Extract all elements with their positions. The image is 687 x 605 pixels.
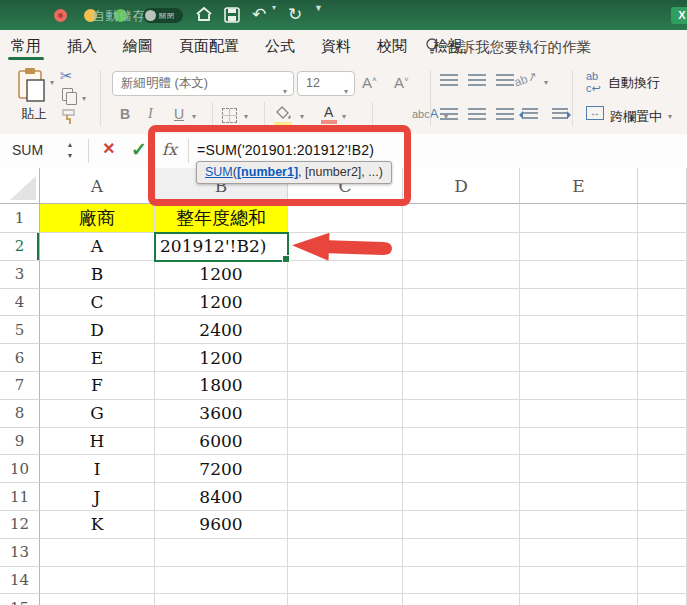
tab-5[interactable]: 公式 bbox=[264, 30, 296, 62]
cell-F2[interactable] bbox=[638, 233, 687, 261]
font-color-button[interactable]: A bbox=[324, 104, 333, 120]
home-icon[interactable] bbox=[195, 6, 213, 26]
undo-chevron-icon[interactable]: ▾ bbox=[272, 3, 276, 12]
paste-button[interactable]: 貼上 bbox=[14, 106, 54, 123]
cell-A5[interactable]: D bbox=[40, 316, 155, 344]
cell-D11[interactable] bbox=[403, 483, 520, 511]
row-header-9[interactable]: 9 bbox=[0, 428, 40, 456]
tab-3[interactable]: 繪圖 bbox=[122, 30, 154, 62]
cell-A14[interactable] bbox=[40, 567, 155, 595]
confirm-entry-icon[interactable]: ✓ bbox=[131, 138, 147, 161]
row-header-7[interactable]: 7 bbox=[0, 372, 40, 400]
cell-D6[interactable] bbox=[403, 344, 520, 372]
fill-color-chevron-icon[interactable]: ▾ bbox=[300, 112, 304, 121]
cell-B15[interactable] bbox=[155, 594, 288, 605]
cell-A9[interactable]: H bbox=[40, 428, 155, 456]
row-header-14[interactable]: 14 bbox=[0, 567, 40, 595]
shrink-font-button[interactable]: A˅ bbox=[394, 74, 409, 91]
cell-F1[interactable] bbox=[638, 204, 687, 233]
cell-F14[interactable] bbox=[638, 567, 687, 595]
cell-C5[interactable] bbox=[288, 316, 403, 344]
cell-C9[interactable] bbox=[288, 428, 403, 456]
name-box[interactable]: SUM bbox=[12, 142, 43, 158]
align-middle-icon[interactable] bbox=[468, 74, 486, 86]
copy-chevron-icon[interactable]: ▾ bbox=[82, 94, 86, 103]
tell-me-box[interactable]: 告訴我您要執行的作業 bbox=[446, 38, 591, 57]
cell-B12[interactable]: 9600 bbox=[155, 511, 288, 539]
cell-B13[interactable] bbox=[155, 539, 288, 567]
cell-C15[interactable] bbox=[288, 594, 403, 605]
cell-C12[interactable] bbox=[288, 511, 403, 539]
cell-A11[interactable]: J bbox=[40, 483, 155, 511]
paste-icon[interactable] bbox=[16, 67, 48, 107]
merge-center-chevron-icon[interactable]: ▾ bbox=[668, 112, 672, 121]
format-painter-icon[interactable] bbox=[60, 108, 80, 130]
font-color-chevron-icon[interactable]: ▾ bbox=[342, 112, 346, 121]
cell-B2[interactable]: 201912'!B2) bbox=[155, 233, 288, 261]
cell-E11[interactable] bbox=[520, 483, 638, 511]
align-center-icon[interactable] bbox=[468, 108, 486, 120]
tooltip-function-name[interactable]: SUM bbox=[205, 165, 233, 179]
cell-A13[interactable] bbox=[40, 539, 155, 567]
borders-icon[interactable] bbox=[222, 108, 237, 123]
tab-2[interactable]: 插入 bbox=[66, 30, 98, 62]
wrap-text-icon[interactable]: abc↩ bbox=[586, 70, 601, 95]
cell-A15[interactable] bbox=[40, 594, 155, 605]
cell-C8[interactable] bbox=[288, 400, 403, 428]
cell-F7[interactable] bbox=[638, 372, 687, 400]
cell-D10[interactable] bbox=[403, 455, 520, 483]
cell-D8[interactable] bbox=[403, 400, 520, 428]
italic-button[interactable]: I bbox=[148, 106, 153, 122]
cell-E5[interactable] bbox=[520, 316, 638, 344]
cell-A1[interactable]: 廠商 bbox=[40, 204, 155, 233]
name-box-stepper[interactable]: ▲▼ bbox=[64, 139, 76, 161]
save-icon[interactable] bbox=[224, 7, 240, 27]
column-header-E[interactable]: E bbox=[520, 168, 638, 204]
redo-icon[interactable]: ↻ bbox=[288, 0, 302, 30]
font-name-chevron-icon[interactable]: ▾ bbox=[283, 80, 287, 103]
cell-F6[interactable] bbox=[638, 344, 687, 372]
align-right-icon[interactable] bbox=[496, 108, 514, 120]
font-size-chevron-icon[interactable]: ▾ bbox=[344, 80, 348, 103]
select-all-corner[interactable] bbox=[0, 168, 40, 204]
cell-A3[interactable]: B bbox=[40, 261, 155, 289]
cell-E8[interactable] bbox=[520, 400, 638, 428]
toolbar-options-chevron-icon[interactable]: ▼ bbox=[314, 3, 323, 13]
cell-B4[interactable]: 1200 bbox=[155, 289, 288, 317]
cell-B3[interactable]: 1200 bbox=[155, 261, 288, 289]
borders-chevron-icon[interactable]: ▾ bbox=[244, 112, 248, 121]
tab-6[interactable]: 資料 bbox=[320, 30, 352, 62]
cell-E9[interactable] bbox=[520, 428, 638, 456]
cell-F10[interactable] bbox=[638, 455, 687, 483]
cell-E2[interactable] bbox=[520, 233, 638, 261]
cell-E15[interactable] bbox=[520, 594, 638, 605]
cell-E7[interactable] bbox=[520, 372, 638, 400]
tab-1[interactable]: 常用 bbox=[10, 30, 42, 62]
font-size-select[interactable]: 12 ▾ bbox=[297, 71, 355, 96]
underline-button[interactable]: U bbox=[174, 106, 184, 122]
cell-E1[interactable] bbox=[520, 204, 638, 233]
cancel-entry-icon[interactable]: × bbox=[103, 137, 115, 160]
row-header-4[interactable]: 4 bbox=[0, 289, 40, 317]
text-effects-button[interactable]: abcA bbox=[412, 106, 438, 121]
cell-D3[interactable] bbox=[403, 261, 520, 289]
cell-B8[interactable]: 3600 bbox=[155, 400, 288, 428]
cell-B11[interactable]: 8400 bbox=[155, 483, 288, 511]
cell-E6[interactable] bbox=[520, 344, 638, 372]
cell-A7[interactable]: F bbox=[40, 372, 155, 400]
cell-D1[interactable] bbox=[403, 204, 520, 233]
tooltip-arg1[interactable]: [number1] bbox=[237, 165, 298, 179]
cell-C10[interactable] bbox=[288, 455, 403, 483]
undo-icon[interactable]: ↶ bbox=[252, 0, 266, 30]
cell-F15[interactable] bbox=[638, 594, 687, 605]
cell-B6[interactable]: 1200 bbox=[155, 344, 288, 372]
row-header-6[interactable]: 6 bbox=[0, 344, 40, 372]
merge-center-icon[interactable]: ↔ bbox=[586, 106, 604, 120]
cell-F9[interactable] bbox=[638, 428, 687, 456]
cell-A2[interactable]: A bbox=[40, 233, 155, 261]
cell-D5[interactable] bbox=[403, 316, 520, 344]
cell-F5[interactable] bbox=[638, 316, 687, 344]
tab-4[interactable]: 頁面配置 bbox=[178, 30, 240, 62]
merge-center-button[interactable]: 跨欄置中 bbox=[610, 108, 662, 126]
column-header-partial[interactable] bbox=[638, 168, 687, 204]
